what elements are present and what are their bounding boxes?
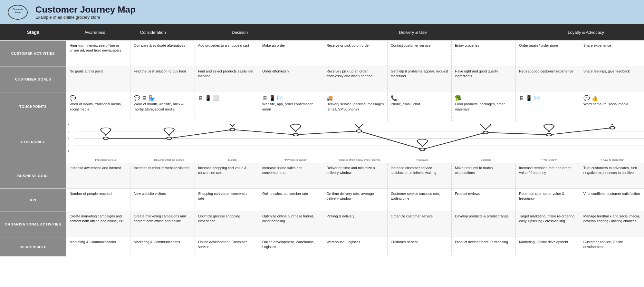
phone3-icon: 📱 (526, 95, 532, 102)
experience-notes: Interested, curious Requires effort but … (74, 158, 644, 161)
customer-activities-label: CUSTOMER ACTIVITIES (0, 41, 66, 66)
chart-dot-1 (103, 137, 108, 139)
ca-decision2: Make an order (259, 41, 323, 66)
kpi-loyalty1: Retention rate, order value & frequency (515, 189, 580, 211)
exp-note-2: Requires effort but excited (138, 158, 201, 161)
exp-note-3: Excited (201, 158, 264, 161)
y-label-3: 3 (68, 137, 73, 140)
exp-note-4: "Payment is painful" (264, 158, 328, 161)
org-activities-row: ORGANISATIONAL ACTIVITIES Create marketi… (0, 211, 644, 237)
header: Columbia Road Customer Journey Map Examp… (0, 0, 644, 24)
food-icon: 🥦 (455, 95, 461, 102)
speech-icon: 💬 (134, 95, 140, 102)
pin-6 (417, 139, 427, 147)
speech2-icon: 💬 (583, 95, 590, 102)
cg-consideration: Find the best solution to buy food (130, 66, 194, 92)
pin-5 (354, 124, 364, 129)
tp-loyalty2: 💬 👍 Word of mouth, social media (580, 92, 644, 121)
ca-awareness: Hear from friends, see offline or online… (66, 41, 130, 66)
bg-delivery2: Increase customer service satisfaction, … (387, 163, 451, 188)
pin-2 (164, 128, 174, 136)
exp-note-1: Interested, curious (74, 158, 138, 161)
experience-label: EXPERIENCE (0, 121, 66, 163)
bg-loyalty2: Turn customers to advocates, turn negati… (580, 163, 644, 188)
kpi-decision1: Shopping cart value, conversion rate (195, 189, 259, 211)
kpi-loyalty2: Viral coeffient, customer satisfaction (580, 189, 644, 211)
monitor2-icon: 🖥 (198, 95, 203, 102)
phone-icon: 📱 (205, 95, 211, 102)
kpi-decision2: Online sales, conversion rate (259, 189, 323, 211)
svg-text:Road: Road (15, 11, 21, 14)
ca-delivery1: Receive or pick up on order (323, 41, 387, 66)
tp-decision1: 🖥 📱 ⬜ (195, 92, 259, 121)
y-label-1: 1 (68, 150, 73, 153)
exp-note-9: "I have to share this" (581, 158, 644, 161)
handset-icon: 📞 (391, 95, 397, 102)
ca-decision1: Add groceries to a shopping cart (195, 41, 259, 66)
kpi-awareness: Number of people reached (66, 189, 130, 211)
oa-decision1: Optimize grocery shopping experience (195, 211, 259, 237)
stage-delivery: Delivery & Use (298, 24, 528, 40)
experience-chart-svg (74, 124, 644, 153)
logo: Columbia Road (6, 3, 29, 21)
exp-note-8: "This is easy" (517, 158, 581, 161)
chart-dot-3 (230, 128, 235, 131)
customer-goals-row: CUSTOMER GOALS No goals at this point Fi… (0, 66, 644, 92)
r-decision2: Online development, Warehouse, Logistics (259, 237, 323, 256)
kpi-row: KPI Number of people reached New website… (0, 188, 644, 211)
r-decision1: Online development, Customer service (195, 237, 259, 256)
tp-decision2: 🖥 📱 ✉️ Website, app, order confirmation … (259, 92, 323, 121)
stage-header-label: Stage (0, 24, 66, 40)
oa-awareness: Create marketing campaigns and content b… (66, 211, 130, 237)
bg-awareness: Increase awareness and interest (66, 163, 130, 188)
tp-delivery2: 📞 Phone, email, chat (387, 92, 451, 121)
mail-icon: ✉️ (277, 95, 284, 102)
chart-dot-5 (357, 130, 362, 132)
cg-loyalty1: Repeat good customer experience (515, 66, 580, 92)
r-consideration: Marketing & Communications (130, 237, 194, 256)
tp-delivery3: 🥦 Food products, packages, other materia… (451, 92, 515, 121)
chart-dot-4 (293, 133, 298, 136)
monitor4-icon: 🖥 (519, 95, 524, 102)
monitor-icon: 🖥 (142, 95, 147, 102)
r-delivery3: Product development, Purchasing (451, 237, 515, 256)
business-goal-label: BUSINESS GOAL (0, 163, 66, 188)
header-text: Customer Journey Map Example of an onlin… (35, 5, 136, 20)
ca-loyalty1: Order again / order more (515, 41, 580, 66)
oa-decision2: Optimize online purchase funnel, order h… (259, 211, 323, 237)
pin-3 (227, 124, 237, 127)
truck-icon: 🚚 (326, 95, 333, 102)
kpi-label: KPI (0, 189, 66, 211)
chart-dot-6 (420, 148, 425, 151)
y-label-2: 2 (68, 143, 73, 147)
pin-9 (607, 124, 617, 125)
bg-consideration: Increase number of website visitors (130, 163, 194, 188)
touchpoints-label: TOUCHPOINTS (0, 92, 66, 121)
stage-decision: Decision (182, 24, 297, 40)
tp-awareness: 💬 Word of mouth, traditional media, soci… (66, 92, 130, 121)
stage-awareness: Awareness (66, 24, 123, 40)
cg-decision2: Order effortlessly (259, 66, 323, 92)
cg-delivery1: Receive / pick up an order effortlessly … (323, 66, 387, 92)
kpi-delivery2: Customer service success rate, waiting t… (387, 189, 451, 211)
cg-delivery2: Get help if problems appear, request for… (387, 66, 451, 92)
tp-delivery1: 🚚 Delivery service, packing, messages (e… (323, 92, 387, 121)
tp-loyalty1: 🖥 📱 ✉️ (515, 92, 580, 121)
monitor3-icon: 🖥 (262, 95, 267, 102)
bg-loyalty1: Increase retention rate and order value … (515, 163, 580, 188)
y-label-4: 4 (68, 130, 73, 133)
customer-activities-row: CUSTOMER ACTIVITIES Hear from friends, s… (0, 40, 644, 66)
stage-loyalty: Loyalty & Advocacy (528, 24, 643, 40)
cg-delivery3: Have right and good quality ingredients (451, 66, 515, 92)
business-goal-row: BUSINESS GOAL Increase awareness and int… (0, 163, 644, 188)
page-subtitle: Example of an online grocery store (35, 15, 136, 20)
r-delivery2: Customer service (387, 237, 451, 256)
tp-consideration: 💬 🖥 🏪 Word of mouth, website, brick & mo… (130, 92, 194, 121)
pin-7 (481, 124, 491, 130)
chart-dot-2 (167, 137, 172, 139)
oa-loyalty2: Manage feedback and social media, develo… (580, 211, 644, 237)
logo-icon: Columbia Road (7, 4, 28, 20)
cg-loyalty2: Share feelings, give feedback (580, 66, 644, 92)
gridline-1 (74, 153, 644, 153)
tablet-icon: ⬜ (213, 95, 219, 102)
